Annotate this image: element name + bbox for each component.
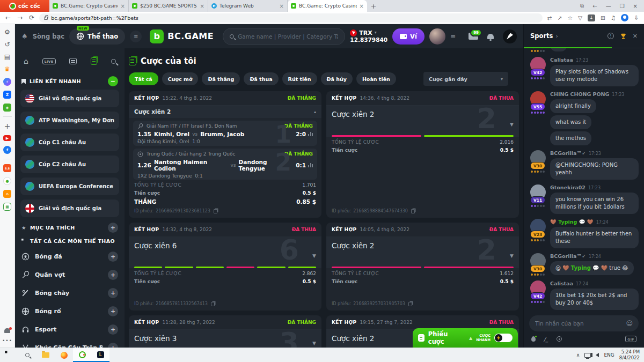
taskbar-clock[interactable]: 5:24 PM 8/4/2022 [619, 349, 640, 360]
taskbar-search[interactable] [18, 348, 36, 362]
quick-link-item[interactable]: Giải vô địch quốc gia [20, 200, 119, 217]
sidebar-item-football[interactable]: Bóng đá+ [20, 247, 119, 265]
minimize-button[interactable]: — [606, 3, 611, 9]
add-favorite-button[interactable]: + [108, 223, 118, 233]
add-sport-button[interactable]: + [108, 288, 118, 298]
cart-icon[interactable]: ⌂ [3, 190, 11, 198]
wallet-button[interactable]: Ví [392, 28, 425, 45]
add-sport-button[interactable]: + [108, 306, 118, 316]
copy-icon[interactable] [211, 302, 215, 306]
feed-icon[interactable]: ▤ [4, 53, 10, 61]
sort-dropdown[interactable]: Cược gần đây▾ [423, 72, 508, 86]
firefox[interactable] [55, 348, 73, 362]
username[interactable]: CHING CHONG PONG [550, 91, 609, 97]
add-shortcut-icon[interactable]: + [4, 122, 11, 130]
back-icon[interactable]: ← [5, 14, 11, 21]
new-tab-button[interactable]: + [367, 0, 380, 12]
collapse-menu-button[interactable]: ≡ [130, 31, 142, 42]
chat-tab-sports[interactable]: Sports [530, 32, 553, 40]
extensions-icon[interactable]: ⊞ [601, 14, 605, 21]
reader-mode-icon[interactable]: ⧉ [580, 3, 584, 9]
bookmark-star-icon[interactable]: ☆ [567, 14, 572, 21]
username[interactable]: BCGorilla™✓ [550, 253, 586, 259]
inbox-button[interactable]: 99 [469, 33, 478, 40]
filter-lost[interactable]: Đã thua [244, 72, 278, 85]
calendar-icon[interactable] [69, 58, 77, 64]
copy-icon[interactable] [408, 302, 412, 306]
filter-refund[interactable]: Hoàn tiền [356, 72, 396, 85]
close-icon[interactable]: ✕ [633, 33, 638, 40]
youtube-icon[interactable]: ▶ [3, 135, 11, 141]
emoji-icon[interactable]: ☺ [626, 320, 633, 327]
casino-nav-link[interactable]: Sòng bạc [33, 33, 64, 40]
tab-close-icon[interactable]: × [360, 3, 364, 9]
chat-input[interactable] [535, 320, 623, 327]
shop-8-8-icon[interactable]: 8.8 [3, 164, 11, 172]
address-bar[interactable]: bc.game/sports?bt-path=%2Fbets [39, 13, 543, 23]
shield-icon[interactable]: ▽ [578, 14, 582, 21]
tab-4-active[interactable]: BC.Game: Crypto Casino Gan× [288, 0, 367, 12]
forward-icon[interactable]: → [17, 14, 23, 21]
add-sport-button[interactable]: + [108, 324, 118, 335]
sidebar-item-esport[interactable]: Esport+ [20, 320, 119, 338]
notifications-bell-icon[interactable] [4, 328, 10, 333]
stats-icon[interactable] [308, 163, 313, 167]
coin-icon[interactable] [557, 336, 562, 342]
tray-expand-icon[interactable]: ∧ [576, 352, 580, 358]
sidebar-item-tennis[interactable]: Quần vợt+ [20, 265, 119, 284]
copy-icon[interactable] [214, 209, 217, 213]
live-icon[interactable]: LIVE [42, 58, 56, 64]
balance-block[interactable]: TRX▾ 12.8379840 [350, 29, 387, 43]
start-button[interactable] [0, 348, 18, 362]
downloads-icon[interactable]: ⇩ [634, 14, 639, 21]
stats-icon[interactable] [308, 132, 313, 136]
download-manager-icon[interactable]: ↓ [588, 14, 595, 21]
quick-link-item[interactable]: Giải vô địch quốc gia [20, 90, 119, 107]
media-icon[interactable]: ♫ [611, 14, 616, 21]
league-of-legends[interactable]: L [91, 348, 109, 362]
sidebar-item-baseball[interactable]: Bóng chày+ [20, 284, 119, 302]
browser-brand[interactable]: cốc cốc [0, 0, 49, 12]
bet-title-toggle[interactable]: Cược xiên 2 2 ▼ [326, 106, 519, 137]
tab-3[interactable]: Telegram Web× [208, 0, 288, 12]
sidebar-item-ice-hockey[interactable]: Khúc Côn Cầu Trên Băng+ [20, 338, 119, 348]
sports-nav-pill[interactable]: NEW Thể thao [69, 28, 125, 45]
game-search[interactable] [223, 28, 345, 45]
quick-link-item[interactable]: Cúp C1 châu Âu [20, 134, 119, 151]
language-indicator[interactable]: ENG [604, 352, 614, 358]
username[interactable]: Calistaa [550, 280, 573, 286]
filter-won[interactable]: Đã thắng [202, 72, 240, 85]
translate-icon[interactable]: ⇄ [547, 14, 552, 21]
username[interactable]: 🤎 Typing 💬 🤎 [550, 219, 594, 225]
filter-open[interactable]: Cược mở [162, 72, 199, 85]
settings-gear-icon[interactable]: ⚙ [4, 28, 10, 36]
betslip-bar[interactable]: Phiếu cược ▲ CƯỢCNHANH [413, 328, 518, 348]
filter-cashout[interactable]: Rút tiền [282, 72, 317, 85]
tab-1[interactable]: BC.Game: Crypto Casino Gan× [49, 0, 129, 12]
bcgame-logo[interactable]: b BC.GAME [150, 29, 214, 43]
trophy-icon[interactable] [620, 33, 627, 40]
chevron-right-icon[interactable]: › [555, 33, 558, 40]
username[interactable]: Gtonekira02 [550, 184, 586, 190]
bet-title-toggle[interactable]: Cược xiên 2▴ [129, 106, 321, 118]
quick-bet-toggle[interactable] [494, 334, 513, 342]
maximize-button[interactable]: ❐ [620, 3, 625, 9]
username[interactable]: Calistaa [550, 57, 573, 63]
quick-link-item[interactable]: ATP Washington, Mỹ Đơn Nam [20, 112, 119, 129]
reload-icon[interactable]: ⟳ [29, 14, 34, 21]
gif-icon[interactable]: GIF [625, 336, 636, 342]
home-icon[interactable]: ⌂ [24, 57, 28, 65]
user-menu-icon[interactable]: ≡ [450, 33, 456, 40]
crown-icon[interactable]: ♛ [4, 65, 10, 73]
search-icon[interactable] [111, 59, 116, 64]
bet-title-toggle[interactable]: Cược xiên 3 3 ▼ [129, 330, 321, 348]
zalo-icon[interactable]: Z [3, 91, 11, 99]
tab-close-icon[interactable]: × [280, 3, 284, 9]
add-sport-button[interactable]: + [108, 252, 118, 262]
copy-icon[interactable] [411, 209, 415, 213]
info-icon[interactable]: ! [608, 33, 614, 39]
messenger-icon[interactable]: ⚡ [3, 78, 11, 86]
file-explorer[interactable] [36, 348, 55, 362]
chat-pen-icon[interactable] [503, 29, 517, 43]
facebook-icon[interactable]: f [3, 146, 11, 154]
